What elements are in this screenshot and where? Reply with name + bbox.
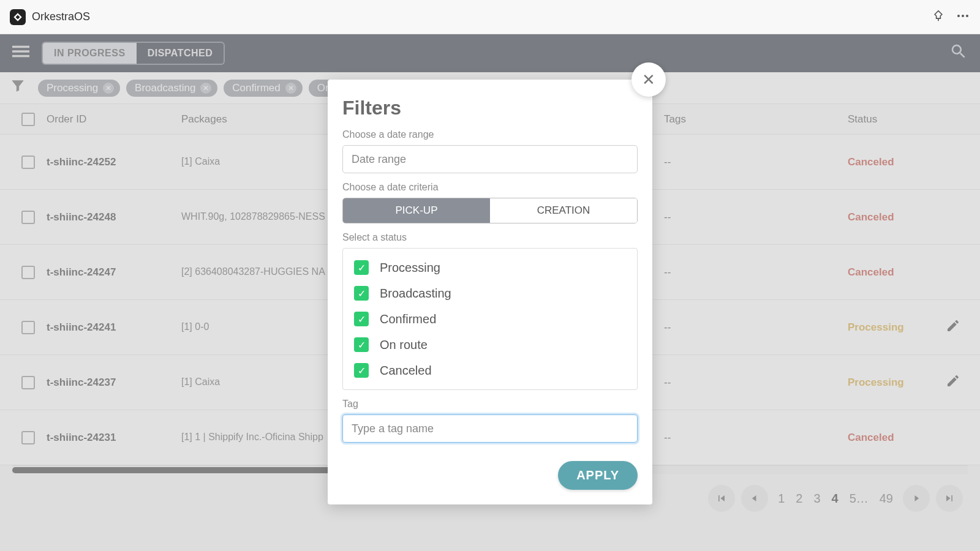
app-logo (10, 9, 26, 25)
status-option[interactable]: ✓On route (343, 332, 637, 358)
checkbox-checked-icon[interactable]: ✓ (354, 260, 369, 275)
more-icon[interactable] (956, 9, 970, 26)
status-option[interactable]: ✓Canceled (343, 358, 637, 383)
modal-title: Filters (342, 97, 638, 119)
logo-wrap: OrkestraOS (10, 9, 90, 25)
filters-modal: ✕ Filters Choose a date range Choose a d… (328, 80, 652, 504)
checkbox-checked-icon[interactable]: ✓ (354, 337, 369, 352)
svg-point-1 (962, 15, 964, 17)
status-label: Processing (380, 261, 440, 275)
top-header: OrkestraOS (0, 0, 980, 34)
status-option[interactable]: ✓Confirmed (343, 306, 637, 332)
checkbox-checked-icon[interactable]: ✓ (354, 286, 369, 301)
status-label: Canceled (380, 364, 432, 378)
date-range-label: Choose a date range (342, 129, 638, 140)
svg-point-0 (957, 15, 960, 17)
status-option[interactable]: ✓Processing (343, 255, 637, 280)
date-range-input[interactable] (342, 145, 638, 173)
close-icon[interactable]: ✕ (631, 62, 666, 97)
checkbox-checked-icon[interactable]: ✓ (354, 312, 369, 326)
checkbox-checked-icon[interactable]: ✓ (354, 363, 369, 378)
criteria-creation[interactable]: CREATION (490, 198, 637, 223)
pin-icon[interactable] (932, 10, 944, 24)
app-name: OrkestraOS (32, 10, 90, 23)
svg-point-2 (966, 15, 968, 17)
select-status-label: Select a status (342, 232, 638, 243)
date-criteria-segment: PICK-UP CREATION (342, 198, 638, 223)
status-label: Confirmed (380, 312, 436, 326)
top-actions (932, 9, 970, 26)
date-criteria-label: Choose a date criteria (342, 182, 638, 193)
criteria-pickup[interactable]: PICK-UP (343, 198, 490, 223)
tag-label: Tag (342, 399, 638, 410)
tag-input[interactable] (342, 414, 638, 443)
status-list: ✓Processing✓Broadcasting✓Confirmed✓On ro… (342, 248, 638, 390)
status-label: Broadcasting (380, 287, 451, 301)
apply-button[interactable]: APPLY (558, 461, 638, 490)
status-label: On route (380, 338, 428, 352)
status-option[interactable]: ✓Broadcasting (343, 280, 637, 306)
